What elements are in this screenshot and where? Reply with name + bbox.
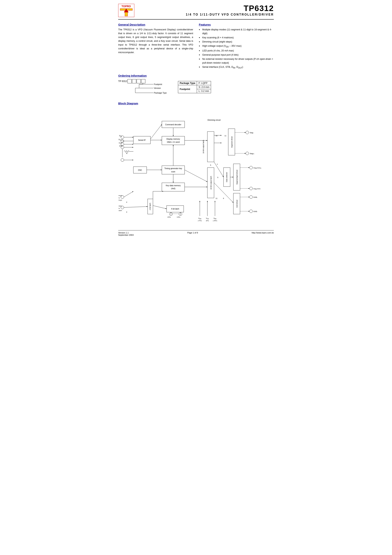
svg-text:4: 4	[126, 201, 127, 203]
package-table: Package Type F: LQFP Footprint S: 2.0 mm…	[178, 81, 211, 93]
ordering-title: Ordering Information	[118, 74, 274, 77]
svg-text:Key4: Key4	[119, 199, 122, 201]
block-diagram-svg: Serial I/F Command decoder Display memor…	[118, 107, 274, 225]
pkg-type-value: F: LQFP	[197, 81, 211, 85]
svg-line-105	[151, 124, 162, 139]
svg-line-130	[153, 205, 167, 209]
svg-text:OSC: OSC	[138, 169, 142, 171]
svg-text:4 bit latch: 4 bit latch	[171, 208, 179, 210]
svg-text:Key data memory: Key data memory	[166, 184, 181, 187]
svg-point-60	[249, 210, 253, 213]
svg-text:Package Type: Package Type	[154, 92, 167, 94]
feature-item: No external resistor necessary for drive…	[199, 57, 274, 65]
chip-subtitle: 1/4 TO 1/11-DUTY VFD CONTROLLER/DRIVER	[135, 13, 274, 16]
svg-point-57	[249, 196, 253, 198]
svg-text:16-bit output latch: 16-bit output latch	[203, 140, 204, 154]
footprint-header: Footprint	[178, 85, 197, 93]
features-title: Features	[199, 23, 274, 26]
svg-rect-65	[162, 166, 185, 174]
footer-page: Page 1 of 9	[187, 232, 198, 236]
features-section: Features Multiple display modes (11-segm…	[199, 23, 274, 70]
svg-text:TOPRO: TOPRO	[121, 5, 131, 8]
svg-text:(+5V): (+5V)	[198, 220, 202, 221]
svg-rect-21	[162, 136, 185, 145]
svg-point-103	[121, 159, 124, 161]
feature-item: General-purpose input port (4 bits)	[199, 53, 274, 57]
svg-text:Seg₁₆/Grd₇: Seg₁₆/Grd₇	[253, 188, 261, 190]
block-diagram-container: Serial I/F Command decoder Display memor…	[118, 107, 274, 225]
svg-text:Grid driver: Grid driver	[236, 200, 238, 208]
general-description: General Description The TP6312 is a VFD …	[118, 23, 193, 70]
svg-rect-68	[162, 183, 185, 191]
logo: TOPRO	[118, 4, 135, 18]
svg-text:Grid₁: Grid₁	[253, 196, 257, 198]
block-diagram-title: Block Diagram	[118, 102, 274, 105]
tp-part-label: TP 6312	[118, 80, 127, 83]
svg-text:VDD: VDD	[198, 217, 201, 219]
svg-text:6: 6	[223, 197, 224, 199]
svg-text:scan: scan	[171, 171, 175, 173]
page-header: TOPRO TP6312 1/4 TO 1/11-DUTY VFD CONTRO…	[118, 4, 274, 20]
feature-item: Multiple display modes (11-segment & 11-…	[199, 28, 274, 35]
ordering-section: Ordering Information TP 6312 Fo	[118, 74, 274, 98]
feature-item: High-voltage output (VDD – 35V max)	[199, 44, 274, 48]
svg-text:VSS: VSS	[206, 217, 209, 219]
feature-item: Dimming circuit (eight steps)	[199, 40, 274, 44]
title-area: TP6312 1/4 TO 1/11-DUTY VFD CONTROLLER/D…	[135, 4, 274, 16]
svg-text:Seg₁: Seg₁	[250, 132, 254, 134]
svg-text:11: 11	[225, 135, 226, 137]
general-description-title: General Description	[118, 23, 193, 26]
svg-text:(4x6): (4x6)	[171, 188, 175, 190]
svg-text:Seg₁₁: Seg₁₁	[250, 153, 254, 154]
svg-text:Footprint: Footprint	[154, 83, 162, 85]
svg-text:(-30V): (-30V)	[213, 220, 217, 221]
svg-text:SW4: SW4	[119, 210, 122, 212]
svg-text:5: 5	[217, 176, 218, 178]
svg-text:Serial I/F: Serial I/F	[138, 139, 146, 141]
ordering-diagram-left: TP 6312 Footprint Version Package Type	[118, 79, 167, 98]
footer-website: http://www.topro.com.tw	[252, 232, 274, 236]
svg-text:Dimming circuit: Dimming circuit	[208, 119, 221, 121]
svg-text:Version: Version	[154, 87, 161, 89]
block-diagram-section: Block Diagram Serial I/F Command decoder…	[118, 102, 274, 225]
svg-text:Key1: Key1	[119, 195, 122, 197]
chip-title: TP6312	[135, 4, 274, 13]
svg-text:Data selector: Data selector	[226, 172, 228, 182]
svg-text:to: to	[119, 197, 120, 199]
svg-text:Seg₁₂/Grd₁₁: Seg₁₂/Grd₁₁	[253, 167, 261, 169]
svg-point-45	[249, 166, 253, 169]
svg-text:Segment driver: Segment driver	[231, 136, 233, 148]
svg-text:16: 16	[216, 135, 218, 137]
svg-point-33	[246, 131, 249, 134]
svg-text:SW1: SW1	[119, 205, 122, 207]
features-list: Multiple display modes (11-segment & 11-…	[199, 28, 274, 69]
footer-version: Version 1.1 September 2003	[118, 232, 134, 236]
svg-text:16-bit output latch: 16-bit output latch	[210, 176, 212, 190]
svg-text:4: 4	[126, 211, 127, 213]
svg-text:4 bit latch: 4 bit latch	[149, 203, 151, 210]
feature-item: LED ports (4 chs, 20 mA max)	[199, 49, 274, 53]
pkg-type-header: Package Type	[178, 81, 197, 85]
svg-text:DOUT: DOUT	[119, 139, 123, 141]
svg-line-123	[124, 191, 133, 197]
svg-text:LED₁: LED₁	[167, 216, 171, 218]
svg-point-48	[249, 187, 253, 190]
feature-item: Serial interface (CLK, STB, DIN, DOUT)	[199, 65, 274, 69]
intro-section: General Description The TP6312 is a VFD …	[118, 23, 274, 70]
svg-text:to: to	[119, 207, 120, 209]
svg-line-112	[185, 170, 207, 182]
svg-text:LED₄: LED₄	[177, 216, 181, 218]
page-footer: Version 1.1 September 2003 Page 1 of 9 h…	[118, 230, 274, 236]
ordering-diagram: TP 6312 Footprint Version Package Type	[118, 79, 274, 98]
svg-text:R: R	[126, 153, 128, 154]
svg-text:11: 11	[216, 197, 218, 199]
svg-line-113	[214, 162, 224, 177]
svg-text:Segment/grid driver: Segment/grid driver	[236, 170, 238, 185]
svg-text:VEE: VEE	[213, 217, 217, 219]
svg-text:DIN: DIN	[119, 135, 122, 137]
svg-text:STB: STB	[119, 145, 123, 147]
svg-text:5: 5	[217, 163, 218, 165]
svg-text:Command decoder: Command decoder	[165, 124, 181, 126]
svg-text:Display memory: Display memory	[167, 138, 180, 140]
footprint-s: S: 2.0 mm	[197, 85, 211, 89]
